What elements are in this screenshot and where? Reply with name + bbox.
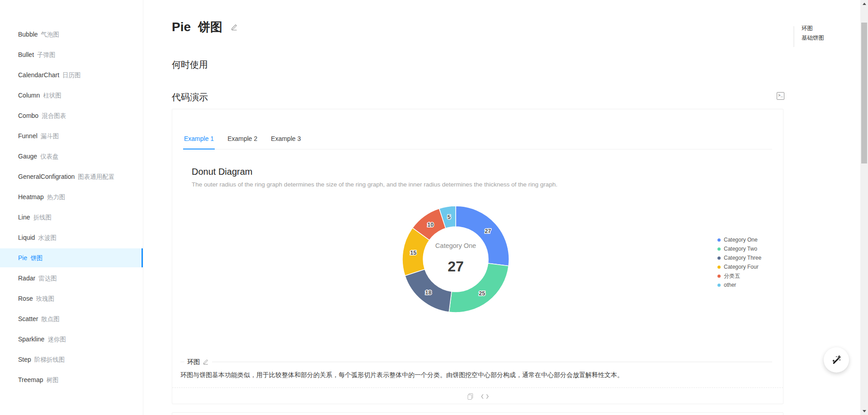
sidebar-item-label-en: Pie bbox=[18, 254, 27, 261]
sidebar-item-label-zh: 气泡图 bbox=[41, 31, 60, 38]
legend-label: 分类五 bbox=[724, 272, 740, 280]
legend-dot bbox=[717, 266, 721, 269]
slice-label-category-one: 27 bbox=[485, 228, 491, 234]
anchor-nav: 环图 基础饼图 bbox=[793, 25, 824, 44]
sidebar-item-label-en: Combo bbox=[18, 112, 38, 119]
page-title-en: Pie bbox=[172, 20, 191, 34]
sidebar-item-funnel[interactable]: Funnel漏斗图 bbox=[0, 126, 143, 145]
show-code-icon[interactable] bbox=[481, 394, 489, 399]
sidebar-item-label-zh: 迷你图 bbox=[47, 336, 66, 343]
legend-item-other[interactable]: other bbox=[717, 281, 761, 289]
playground-terminal-icon[interactable]: >_ bbox=[777, 92, 784, 100]
sidebar-item-label-en: Bullet bbox=[18, 51, 34, 58]
sidebar-item-label-en: Treemap bbox=[18, 376, 43, 383]
sidebar-item-bubble[interactable]: Bubble气泡图 bbox=[0, 25, 143, 44]
legend-dot bbox=[717, 247, 721, 251]
sidebar-item-label-en: Heatmap bbox=[18, 193, 44, 201]
sidebar-item-bullet[interactable]: Bullet子弹图 bbox=[0, 45, 143, 64]
sidebar-item-column[interactable]: Column柱状图 bbox=[0, 86, 143, 105]
sidebar-item-label-zh: 图表通用配置 bbox=[78, 173, 114, 180]
card-actions bbox=[172, 388, 783, 405]
legend-label: other bbox=[724, 282, 736, 288]
tab-example-3[interactable]: Example 3 bbox=[270, 135, 302, 149]
sidebar-item-rose[interactable]: Rose玫瑰图 bbox=[0, 289, 143, 308]
sidebar-item-label-zh: 仪表盘 bbox=[40, 153, 59, 160]
legend-item-分类五[interactable]: 分类五 bbox=[717, 272, 761, 280]
sidebar-item-label-en: Radar bbox=[18, 275, 35, 282]
sidebar-item-calendarchart[interactable]: CalendarChart日历图 bbox=[0, 65, 143, 84]
chart-legend: Category OneCategory TwoCategory ThreeCa… bbox=[717, 236, 761, 290]
legend-label: Category Four bbox=[724, 264, 759, 270]
scrollbar-up-arrow[interactable] bbox=[860, 0, 868, 8]
example-header: Donut Diagram The outer radius of the ri… bbox=[192, 165, 557, 188]
page: Bubble气泡图Bullet子弹图CalendarChart日历图Column… bbox=[0, 0, 868, 415]
anchor-link-ring[interactable]: 环图 bbox=[802, 25, 824, 32]
slice-label-category-three: 18 bbox=[425, 289, 431, 296]
magic-wand-fab[interactable] bbox=[824, 347, 849, 373]
divider-line bbox=[212, 362, 772, 362]
sidebar-item-combo[interactable]: Combo混合图表 bbox=[0, 106, 143, 125]
sidebar-item-heatmap[interactable]: Heatmap热力图 bbox=[0, 187, 143, 206]
legend-item-category-four[interactable]: Category Four bbox=[717, 263, 761, 270]
slice-label-category-two: 25 bbox=[479, 290, 485, 297]
copy-code-icon[interactable] bbox=[467, 393, 474, 400]
sidebar-item-scatter[interactable]: Scatter散点图 bbox=[0, 309, 143, 328]
donut-slice-category-one[interactable] bbox=[456, 206, 509, 266]
footer-divider-label: 环图 bbox=[187, 358, 200, 366]
section-code-demo: 代码演示 bbox=[172, 91, 208, 103]
example-title: Donut Diagram bbox=[192, 165, 557, 178]
sidebar-item-gauge[interactable]: Gauge仪表盘 bbox=[0, 147, 143, 166]
footer-description: 环图与饼图基本功能类似，用于比较整体和部分的关系，每个弧形切片表示整体中的一个分… bbox=[180, 371, 623, 379]
sidebar-item-treemap[interactable]: Treemap树图 bbox=[0, 370, 143, 389]
sidebar-item-label-zh: 柱状图 bbox=[43, 92, 61, 99]
sidebar-item-label-en: Liquid bbox=[18, 234, 35, 241]
sidebar-item-label-zh: 阶梯折线图 bbox=[34, 356, 65, 363]
legend-label: Category Three bbox=[724, 255, 761, 261]
slice-label-分类五: 10 bbox=[427, 222, 434, 228]
scrollbar-down-arrow[interactable] bbox=[860, 407, 868, 415]
sidebar-item-label-en: GeneralConfigration bbox=[18, 173, 75, 180]
sidebar-item-label-zh: 饼图 bbox=[30, 255, 42, 261]
page-title-zh: 饼图 bbox=[198, 19, 222, 35]
edit-footer-icon[interactable] bbox=[203, 359, 208, 365]
magic-wand-icon bbox=[831, 354, 842, 366]
section-when-to-use: 何时使用 bbox=[172, 59, 208, 71]
sidebar-item-label-en: Scatter bbox=[18, 315, 38, 322]
legend-dot bbox=[717, 238, 721, 242]
legend-item-category-three[interactable]: Category Three bbox=[717, 254, 761, 261]
tab-example-1[interactable]: Example 1 bbox=[183, 135, 215, 149]
anchor-link-basic-pie[interactable]: 基础饼图 bbox=[802, 35, 824, 42]
edit-title-icon[interactable] bbox=[231, 24, 237, 31]
sidebar-list: Bubble气泡图Bullet子弹图CalendarChart日历图Column… bbox=[0, 0, 143, 389]
scrollbar-thumb[interactable] bbox=[861, 23, 867, 163]
main-content: Pie 饼图 何时使用 代码演示 >_ Example 1Example 2Ex… bbox=[143, 0, 860, 415]
sidebar-item-step[interactable]: Step阶梯折线图 bbox=[0, 350, 143, 369]
sidebar-item-label-zh: 水波图 bbox=[38, 234, 57, 241]
example-tabs: Example 1Example 2Example 3 bbox=[183, 109, 772, 149]
anchor-rail bbox=[793, 26, 794, 47]
legend-item-category-one[interactable]: Category One bbox=[717, 236, 761, 243]
sidebar-item-radar[interactable]: Radar雷达图 bbox=[0, 269, 143, 288]
sidebar-item-label-zh: 热力图 bbox=[47, 194, 66, 201]
sidebar-item-sparkline[interactable]: Sparkline迷你图 bbox=[0, 330, 143, 349]
tab-example-2[interactable]: Example 2 bbox=[226, 135, 258, 149]
legend-item-category-two[interactable]: Category Two bbox=[717, 245, 761, 252]
sidebar-item-label-en: Funnel bbox=[18, 132, 38, 140]
sidebar-item-pie[interactable]: Pie饼图 bbox=[0, 248, 143, 267]
sidebar-item-label-en: Rose bbox=[18, 295, 33, 302]
legend-dot bbox=[717, 256, 721, 260]
donut-chart-area: 27251815105Category One27 bbox=[392, 196, 519, 322]
sidebar-item-label-en: Bubble bbox=[18, 31, 38, 38]
donut-center-title: Category One bbox=[435, 242, 476, 249]
sidebar-item-label-zh: 混合图表 bbox=[42, 112, 66, 119]
sidebar-item-label-zh: 雷达图 bbox=[38, 275, 57, 282]
sidebar-item-line[interactable]: Line折线图 bbox=[0, 208, 143, 227]
donut-center-value: 27 bbox=[448, 258, 464, 275]
slice-label-other: 5 bbox=[448, 214, 451, 220]
sidebar-item-liquid[interactable]: Liquid水波图 bbox=[0, 228, 143, 247]
legend-dot bbox=[717, 275, 721, 278]
sidebar-item-generalconfigration[interactable]: GeneralConfigration图表通用配置 bbox=[0, 167, 143, 186]
example-description: The outer radius of the ring graph deter… bbox=[192, 181, 557, 188]
demo-card: Example 1Example 2Example 3 Donut Diagra… bbox=[172, 109, 783, 404]
sidebar-item-label-en: Sparkline bbox=[18, 336, 44, 343]
